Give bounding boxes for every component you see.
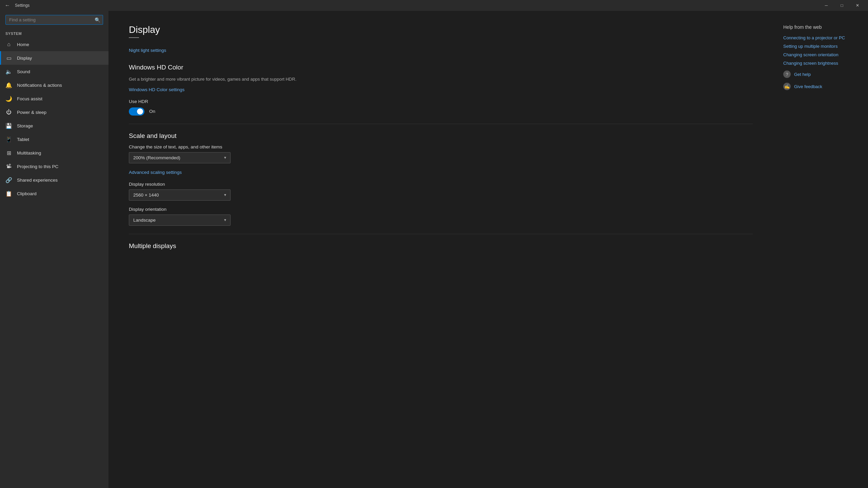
- sidebar-item-multitasking[interactable]: ⊞ Multitasking: [0, 146, 108, 160]
- sidebar-item-label: Clipboard: [17, 191, 37, 196]
- sidebar-item-sound[interactable]: 🔈 Sound: [0, 65, 108, 78]
- titlebar-title: Settings: [15, 3, 818, 8]
- focus-icon: 🌙: [5, 95, 12, 102]
- scale-title: Scale and layout: [129, 132, 753, 140]
- scale-dropdown-row: Change the size of text, apps, and other…: [129, 144, 753, 163]
- sidebar-item-label: Multitasking: [17, 150, 41, 156]
- chevron-down-icon: ▾: [224, 192, 226, 197]
- sidebar-item-projecting[interactable]: 📽 Projecting to this PC: [0, 160, 108, 173]
- divider-1: [129, 124, 753, 124]
- hd-color-desc: Get a brighter and more vibrant picture …: [129, 76, 319, 83]
- sidebar-item-clipboard[interactable]: 📋 Clipboard: [0, 187, 108, 200]
- titlebar: ← Settings ─ □ ✕: [0, 0, 868, 11]
- sidebar-item-label: Home: [17, 42, 29, 47]
- give-feedback-label: Give feedback: [794, 84, 822, 89]
- get-help-label: Get help: [794, 72, 811, 77]
- advanced-scaling-link[interactable]: Advanced scaling settings: [129, 170, 182, 175]
- resolution-value: 868 × 488: [133, 192, 159, 198]
- shared-icon: 🔗: [5, 177, 12, 183]
- hd-color-title: Windows HD Color: [129, 64, 753, 71]
- sidebar-item-storage[interactable]: 💾 Storage: [0, 119, 108, 133]
- main-content: Display Night light settings Windows HD …: [108, 11, 773, 488]
- sidebar-item-shared[interactable]: 🔗 Shared experiences: [0, 173, 108, 187]
- projecting-icon: 📽: [5, 163, 12, 170]
- sidebar: 🔍 System ⌂ Home ▭ Display 🔈 Sound 🔔 Noti…: [0, 11, 108, 488]
- notifications-icon: 🔔: [5, 82, 12, 88]
- sidebar-item-focus[interactable]: 🌙 Focus assist: [0, 92, 108, 105]
- hdr-toggle-state: On: [149, 109, 155, 114]
- sound-icon: 🔈: [5, 68, 12, 75]
- sidebar-item-label: Power & sleep: [17, 110, 46, 115]
- maximize-button[interactable]: □: [834, 0, 850, 11]
- chevron-down-icon: ▾: [224, 155, 226, 160]
- page-title-underline: [129, 37, 139, 38]
- home-icon: ⌂: [5, 41, 12, 48]
- chevron-down-icon: ▾: [224, 218, 226, 222]
- get-help-action[interactable]: ? Get help: [783, 70, 858, 78]
- sidebar-item-notifications[interactable]: 🔔 Notifications & actions: [0, 78, 108, 92]
- scale-dropdown-value: 200% (Recommended): [133, 155, 180, 160]
- sidebar-section-label: System: [0, 29, 108, 38]
- sidebar-item-label: Focus assist: [17, 96, 42, 101]
- help-link-orientation[interactable]: Changing screen orientation: [783, 52, 858, 57]
- multitasking-icon: ⊞: [5, 149, 12, 156]
- minimize-button[interactable]: ─: [818, 0, 834, 11]
- search-container: 🔍: [5, 15, 103, 25]
- close-button[interactable]: ✕: [850, 0, 865, 11]
- sidebar-item-label: Tablet: [17, 137, 29, 142]
- clipboard-icon: 📋: [5, 190, 12, 197]
- tablet-icon: 📱: [5, 136, 12, 143]
- sidebar-item-label: Storage: [17, 123, 33, 128]
- sidebar-item-home[interactable]: ⌂ Home: [0, 38, 108, 51]
- multiple-displays-title: Multiple displays: [129, 242, 753, 250]
- storage-icon: 💾: [5, 122, 12, 129]
- page-title: Display: [129, 24, 753, 35]
- resolution-dropdown-row: Display resolution 868 × 488 ▾: [129, 182, 753, 201]
- display-icon: ▭: [5, 55, 12, 61]
- hdr-toggle[interactable]: [129, 107, 144, 116]
- get-help-icon: ?: [783, 70, 791, 78]
- help-link-brightness[interactable]: Changing screen brightness: [783, 61, 858, 66]
- orientation-dropdown-row: Display orientation Landscape ▾: [129, 207, 753, 226]
- window-controls: ─ □ ✕: [818, 0, 865, 11]
- sidebar-item-label: Sound: [17, 69, 30, 74]
- scale-dropdown[interactable]: 200% (Recommended) ▾: [129, 152, 231, 163]
- power-icon: ⏻: [5, 109, 12, 116]
- search-input[interactable]: [5, 15, 103, 25]
- use-hdr-label: Use HDR: [129, 99, 148, 104]
- sidebar-item-power[interactable]: ⏻ Power & sleep: [0, 105, 108, 119]
- give-feedback-action[interactable]: ✍ Give feedback: [783, 83, 858, 90]
- hd-color-settings-link[interactable]: Windows HD Color settings: [129, 87, 184, 92]
- search-icon: 🔍: [95, 17, 100, 23]
- orientation-dropdown[interactable]: Landscape ▾: [129, 215, 231, 226]
- orientation-label: Display orientation: [129, 207, 753, 212]
- help-link-monitors[interactable]: Setting up multiple monitors: [783, 44, 858, 49]
- scale-dropdown-label: Change the size of text, apps, and other…: [129, 144, 753, 149]
- night-light-link-container: Night light settings: [129, 47, 753, 53]
- hdr-toggle-row: On: [129, 107, 753, 116]
- app-body: 🔍 System ⌂ Home ▭ Display 🔈 Sound 🔔 Noti…: [0, 11, 868, 488]
- sidebar-item-label: Notifications & actions: [17, 83, 62, 88]
- orientation-value: Landscape: [133, 218, 156, 223]
- help-title: Help from the web: [783, 24, 858, 30]
- sidebar-item-display[interactable]: ▭ Display: [0, 51, 108, 65]
- sidebar-item-label: Shared experiences: [17, 178, 58, 183]
- back-icon: ←: [5, 2, 10, 8]
- sidebar-item-label: Projecting to this PC: [17, 164, 58, 169]
- divider-2: [129, 234, 753, 234]
- toggle-knob: [137, 108, 143, 115]
- night-light-link[interactable]: Night light settings: [129, 48, 166, 53]
- sidebar-item-tablet[interactable]: 📱 Tablet: [0, 133, 108, 146]
- give-feedback-icon: ✍: [783, 83, 791, 90]
- back-button[interactable]: ←: [3, 1, 12, 10]
- resolution-dropdown[interactable]: 868 × 488 ▾: [129, 189, 231, 201]
- resolution-label: Display resolution: [129, 182, 753, 187]
- help-link-projector[interactable]: Connecting to a projector or PC: [783, 35, 858, 40]
- right-panel: Help from the web Connecting to a projec…: [773, 11, 868, 488]
- sidebar-item-label: Display: [17, 56, 32, 61]
